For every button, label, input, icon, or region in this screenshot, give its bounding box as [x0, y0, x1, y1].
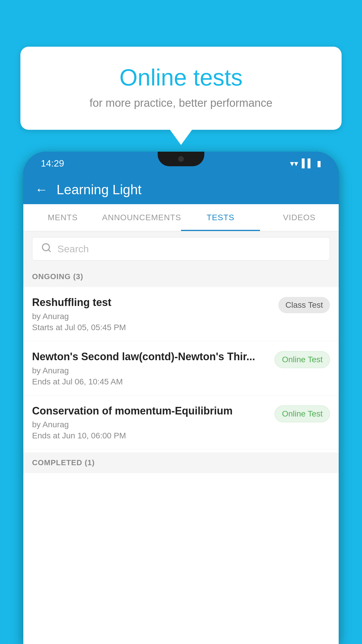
- tab-videos[interactable]: VIDEOS: [260, 204, 339, 231]
- speech-bubble: Online tests for more practice, better p…: [20, 47, 342, 130]
- bubble-title: Online tests: [44, 64, 318, 91]
- camera-dot: [178, 156, 184, 162]
- search-container: Search: [23, 231, 339, 266]
- tab-tests[interactable]: TESTS: [181, 204, 260, 231]
- notch: [158, 152, 204, 166]
- phone-frame: 14:29 ▾▾ ▌▌ ▮ ← Learning Light MENTS: [23, 152, 339, 644]
- svg-line-1: [48, 249, 50, 251]
- test-date: Ends at Jun 10, 06:00 PM: [32, 431, 269, 440]
- ongoing-section-header: ONGOING (3): [23, 266, 339, 287]
- test-card-reshuffling[interactable]: Reshuffling test by Anurag Starts at Jul…: [23, 287, 339, 341]
- test-card-content: Conservation of momentum-Equilibrium by …: [32, 404, 269, 441]
- test-card-content: Reshuffling test by Anurag Starts at Jul…: [32, 296, 273, 332]
- test-author: by Anurag: [32, 420, 269, 429]
- status-bar: 14:29 ▾▾ ▌▌ ▮: [23, 152, 339, 175]
- tab-announcements[interactable]: ANNOUNCEMENTS: [102, 204, 181, 231]
- signal-icon: ▌▌: [302, 159, 313, 168]
- tabs-container: MENTS ANNOUNCEMENTS TESTS VIDEOS: [23, 204, 339, 231]
- phone-inner: 14:29 ▾▾ ▌▌ ▮ ← Learning Light MENTS: [23, 152, 339, 644]
- search-placeholder: Search: [57, 243, 89, 255]
- status-icons: ▾▾ ▌▌ ▮: [290, 159, 321, 168]
- test-date: Ends at Jul 06, 10:45 AM: [32, 377, 269, 386]
- app-header: ← Learning Light: [23, 175, 339, 204]
- test-name: Conservation of momentum-Equilibrium: [32, 404, 269, 418]
- phone-content: MENTS ANNOUNCEMENTS TESTS VIDEOS: [23, 204, 339, 644]
- test-author: by Anurag: [32, 366, 269, 375]
- test-badge-online: Online Test: [275, 405, 330, 422]
- test-badge-online: Online Test: [275, 351, 330, 368]
- bubble-subtitle: for more practice, better performance: [44, 97, 318, 109]
- app-title: Learning Light: [57, 182, 142, 197]
- test-author: by Anurag: [32, 312, 273, 321]
- battery-icon: ▮: [317, 159, 321, 168]
- test-card-content: Newton's Second law(contd)-Newton's Thir…: [32, 350, 269, 386]
- test-card-newton[interactable]: Newton's Second law(contd)-Newton's Thir…: [23, 341, 339, 396]
- completed-section-header: COMPLETED (1): [23, 452, 339, 473]
- test-badge-class: Class Test: [278, 297, 330, 313]
- search-icon: [41, 242, 52, 256]
- wifi-icon: ▾▾: [290, 159, 298, 168]
- search-bar[interactable]: Search: [32, 237, 330, 260]
- test-name: Newton's Second law(contd)-Newton's Thir…: [32, 350, 269, 364]
- tab-ments[interactable]: MENTS: [23, 204, 102, 231]
- speech-bubble-container: Online tests for more practice, better p…: [20, 47, 342, 130]
- status-time: 14:29: [41, 158, 64, 169]
- back-button[interactable]: ←: [35, 182, 48, 197]
- test-card-conservation[interactable]: Conservation of momentum-Equilibrium by …: [23, 396, 339, 450]
- test-name: Reshuffling test: [32, 296, 273, 309]
- test-date: Starts at Jul 05, 05:45 PM: [32, 323, 273, 332]
